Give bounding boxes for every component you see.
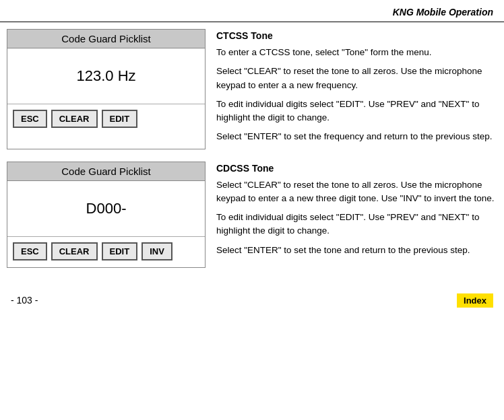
cdcss-inv-button[interactable]: INV [141, 242, 172, 260]
cdcss-heading: CDCSS Tone [216, 162, 497, 176]
cdcss-picklist-value: D000- [7, 181, 205, 236]
ctcss-heading: CTCSS Tone [216, 29, 497, 43]
page-header: KNG Mobile Operation [0, 0, 504, 22]
cdcss-picklist-buttons: ESC CLEAR EDIT INV [7, 236, 205, 267]
page-footer: - 103 - Index [0, 289, 504, 314]
ctcss-section: Code Guard Picklist 123.0 Hz ESC CLEAR E… [7, 29, 497, 149]
cdcss-para-1: To edit individual digits select "EDIT".… [216, 211, 497, 238]
ctcss-picklist-title: Code Guard Picklist [7, 30, 205, 48]
cdcss-picklist-box: Code Guard Picklist D000- ESC CLEAR EDIT… [7, 162, 206, 268]
cdcss-clear-button[interactable]: CLEAR [51, 242, 98, 260]
ctcss-para-2: To edit individual digits select "EDIT".… [216, 98, 497, 125]
cdcss-para-0: Select "CLEAR" to reset the tone to all … [216, 178, 497, 206]
cdcss-esc-button[interactable]: ESC [13, 242, 47, 260]
ctcss-para-0: To enter a CTCSS tone, select "Tone" for… [216, 46, 497, 59]
cdcss-para-2: Select "ENTER" to set the tone and retur… [216, 244, 497, 257]
cdcss-description: CDCSS Tone Select "CLEAR" to reset the t… [216, 162, 497, 268]
ctcss-picklist-buttons: ESC CLEAR EDIT [7, 104, 205, 135]
ctcss-esc-button[interactable]: ESC [13, 110, 47, 128]
ctcss-description: CTCSS Tone To enter a CTCSS tone, select… [216, 29, 497, 149]
ctcss-edit-button[interactable]: EDIT [102, 110, 138, 128]
page-number: - 103 - [11, 295, 38, 306]
page-title: KNG Mobile Operation [393, 7, 493, 18]
cdcss-picklist-title: Code Guard Picklist [7, 162, 205, 181]
ctcss-para-3: Select "ENTER" to set the frequency and … [216, 130, 497, 143]
cdcss-edit-button[interactable]: EDIT [102, 242, 138, 260]
cdcss-section: Code Guard Picklist D000- ESC CLEAR EDIT… [7, 162, 497, 268]
content-area: Code Guard Picklist 123.0 Hz ESC CLEAR E… [0, 22, 504, 287]
ctcss-picklist-value: 123.0 Hz [7, 48, 205, 104]
ctcss-clear-button[interactable]: CLEAR [51, 110, 98, 128]
ctcss-para-1: Select "CLEAR" to reset the tone to all … [216, 65, 497, 92]
ctcss-picklist-box: Code Guard Picklist 123.0 Hz ESC CLEAR E… [7, 29, 206, 149]
index-button[interactable]: Index [457, 293, 493, 308]
